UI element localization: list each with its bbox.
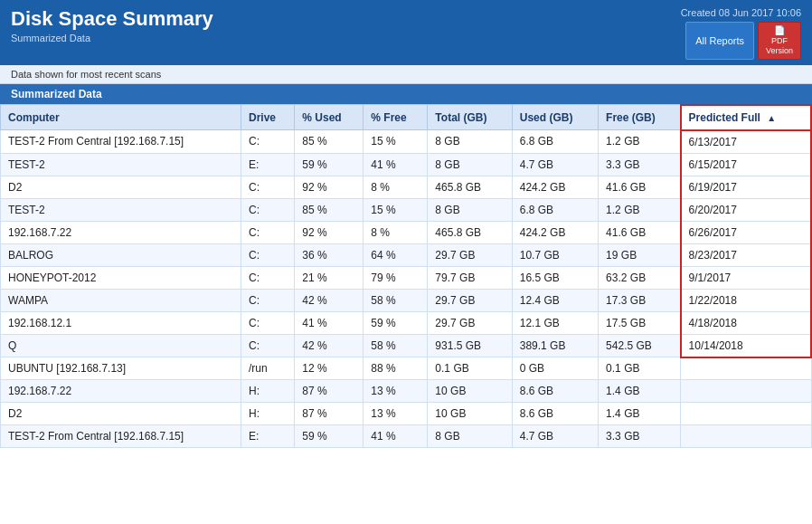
cell-used-gb: 4.7 GB bbox=[512, 425, 598, 448]
cell-pct-free: 8 % bbox=[364, 176, 428, 198]
table-row: TEST-2 C: 85 % 15 % 8 GB 6.8 GB 1.2 GB 6… bbox=[1, 198, 812, 221]
page-title: Disk Space Summary bbox=[11, 7, 213, 31]
cell-drive: C: bbox=[241, 334, 295, 357]
col-free-gb[interactable]: Free (GB) bbox=[599, 105, 681, 130]
cell-total-gb: 931.5 GB bbox=[428, 334, 512, 357]
cell-pct-used: 85 % bbox=[295, 198, 364, 221]
summary-table: Computer Drive % Used % Free Total (GB) … bbox=[0, 104, 812, 449]
cell-total-gb: 8 GB bbox=[428, 153, 512, 176]
cell-computer: TEST-2 From Central [192.168.7.15] bbox=[1, 130, 241, 154]
cell-used-gb: 4.7 GB bbox=[512, 153, 598, 176]
cell-total-gb: 10 GB bbox=[428, 403, 512, 425]
table-row: D2 H: 87 % 13 % 10 GB 8.6 GB 1.4 GB bbox=[1, 403, 812, 425]
cell-drive: /run bbox=[241, 357, 295, 380]
cell-drive: C: bbox=[241, 289, 295, 311]
cell-drive: C: bbox=[241, 243, 295, 266]
table-row: Q C: 42 % 58 % 931.5 GB 389.1 GB 542.5 G… bbox=[1, 334, 812, 357]
col-total-gb[interactable]: Total (GB) bbox=[428, 105, 512, 130]
cell-predicted-full: 4/18/2018 bbox=[681, 311, 811, 334]
cell-free-gb: 17.5 GB bbox=[599, 311, 681, 334]
cell-free-gb: 1.4 GB bbox=[599, 380, 681, 403]
cell-drive: C: bbox=[241, 266, 295, 289]
table-row: WAMPA C: 42 % 58 % 29.7 GB 12.4 GB 17.3 … bbox=[1, 289, 812, 311]
cell-used-gb: 0 GB bbox=[512, 357, 598, 380]
cell-total-gb: 79.7 GB bbox=[428, 266, 512, 289]
cell-computer: D2 bbox=[1, 176, 241, 198]
cell-predicted-full: 9/1/2017 bbox=[681, 266, 811, 289]
cell-drive: C: bbox=[241, 221, 295, 243]
all-reports-button[interactable]: All Reports bbox=[685, 22, 754, 60]
header-buttons: All Reports 📄 PDF Version bbox=[685, 22, 801, 60]
col-used-gb[interactable]: Used (GB) bbox=[512, 105, 598, 130]
cell-pct-free: 15 % bbox=[364, 198, 428, 221]
cell-predicted-full: 6/19/2017 bbox=[681, 176, 811, 198]
pdf-button[interactable]: 📄 PDF Version bbox=[758, 22, 801, 60]
cell-pct-used: 12 % bbox=[295, 357, 364, 380]
cell-pct-free: 79 % bbox=[364, 266, 428, 289]
header-right: Created 08 Jun 2017 10:06 All Reports 📄 … bbox=[681, 7, 801, 60]
cell-free-gb: 3.3 GB bbox=[599, 425, 681, 448]
col-drive[interactable]: Drive bbox=[241, 105, 295, 130]
cell-pct-used: 21 % bbox=[295, 266, 364, 289]
cell-pct-free: 88 % bbox=[364, 357, 428, 380]
cell-predicted-full: 10/14/2018 bbox=[681, 334, 811, 357]
cell-free-gb: 17.3 GB bbox=[599, 289, 681, 311]
cell-total-gb: 465.8 GB bbox=[428, 176, 512, 198]
col-computer[interactable]: Computer bbox=[1, 105, 241, 130]
header-left: Disk Space Summary Summarized Data bbox=[11, 7, 213, 43]
table-row: 192.168.7.22 H: 87 % 13 % 10 GB 8.6 GB 1… bbox=[1, 380, 812, 403]
data-note: Data shown for most recent scans bbox=[0, 65, 812, 84]
cell-pct-free: 41 % bbox=[364, 425, 428, 448]
cell-pct-used: 92 % bbox=[295, 221, 364, 243]
cell-pct-used: 59 % bbox=[295, 425, 364, 448]
cell-pct-free: 58 % bbox=[364, 289, 428, 311]
cell-used-gb: 424.2 GB bbox=[512, 176, 598, 198]
col-predicted-full[interactable]: Predicted Full ▲ bbox=[681, 105, 811, 130]
cell-computer: UBUNTU [192.168.7.13] bbox=[1, 357, 241, 380]
cell-total-gb: 8 GB bbox=[428, 425, 512, 448]
cell-used-gb: 10.7 GB bbox=[512, 243, 598, 266]
cell-free-gb: 1.4 GB bbox=[599, 403, 681, 425]
cell-computer: Q bbox=[1, 334, 241, 357]
sort-arrow-icon: ▲ bbox=[767, 113, 776, 123]
cell-pct-used: 36 % bbox=[295, 243, 364, 266]
table-row: TEST-2 E: 59 % 41 % 8 GB 4.7 GB 3.3 GB 6… bbox=[1, 153, 812, 176]
cell-free-gb: 3.3 GB bbox=[599, 153, 681, 176]
cell-computer: 192.168.7.22 bbox=[1, 380, 241, 403]
col-pct-used[interactable]: % Used bbox=[295, 105, 364, 130]
cell-pct-used: 42 % bbox=[295, 289, 364, 311]
cell-pct-used: 42 % bbox=[295, 334, 364, 357]
cell-used-gb: 12.1 GB bbox=[512, 311, 598, 334]
cell-drive: C: bbox=[241, 176, 295, 198]
cell-free-gb: 41.6 GB bbox=[599, 176, 681, 198]
cell-drive: E: bbox=[241, 425, 295, 448]
created-text: Created 08 Jun 2017 10:06 bbox=[681, 7, 801, 18]
cell-used-gb: 424.2 GB bbox=[512, 221, 598, 243]
cell-computer: TEST-2 bbox=[1, 153, 241, 176]
table-row: BALROG C: 36 % 64 % 29.7 GB 10.7 GB 19 G… bbox=[1, 243, 812, 266]
cell-predicted-full bbox=[681, 425, 811, 448]
cell-free-gb: 19 GB bbox=[599, 243, 681, 266]
cell-computer: D2 bbox=[1, 403, 241, 425]
cell-pct-used: 59 % bbox=[295, 153, 364, 176]
cell-predicted-full: 1/22/2018 bbox=[681, 289, 811, 311]
cell-drive: C: bbox=[241, 130, 295, 154]
cell-pct-free: 8 % bbox=[364, 221, 428, 243]
cell-used-gb: 389.1 GB bbox=[512, 334, 598, 357]
cell-free-gb: 1.2 GB bbox=[599, 130, 681, 154]
col-pct-free[interactable]: % Free bbox=[364, 105, 428, 130]
cell-pct-used: 87 % bbox=[295, 380, 364, 403]
table-header-row: Computer Drive % Used % Free Total (GB) … bbox=[1, 105, 812, 130]
cell-total-gb: 8 GB bbox=[428, 130, 512, 154]
cell-computer: 192.168.12.1 bbox=[1, 311, 241, 334]
cell-drive: C: bbox=[241, 198, 295, 221]
cell-total-gb: 0.1 GB bbox=[428, 357, 512, 380]
table-row: HONEYPOT-2012 C: 21 % 79 % 79.7 GB 16.5 … bbox=[1, 266, 812, 289]
section-title: Summarized Data bbox=[0, 84, 812, 104]
cell-total-gb: 10 GB bbox=[428, 380, 512, 403]
cell-computer: BALROG bbox=[1, 243, 241, 266]
cell-used-gb: 8.6 GB bbox=[512, 380, 598, 403]
cell-computer: HONEYPOT-2012 bbox=[1, 266, 241, 289]
cell-pct-free: 58 % bbox=[364, 334, 428, 357]
cell-computer: TEST-2 From Central [192.168.7.15] bbox=[1, 425, 241, 448]
